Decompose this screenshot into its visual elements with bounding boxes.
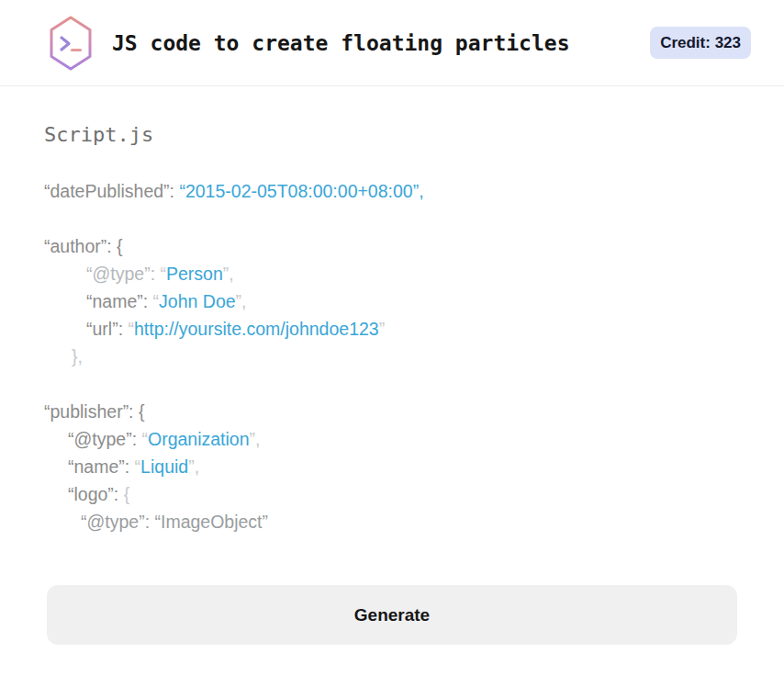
code-line: “publisher”: { <box>44 398 740 425</box>
code-segment: “author”: { <box>44 236 123 256</box>
code-segment: “name”: <box>68 456 135 477</box>
code-line: “name”: “John Doe”, <box>44 287 740 315</box>
code-segment: “logo”: <box>68 484 124 504</box>
code-segment: “datePublished”: <box>44 181 179 201</box>
code-line: “author”: { <box>44 232 740 260</box>
page-title: JS code to create floating particles <box>112 31 570 55</box>
code-segment: ”, <box>250 429 261 449</box>
code-segment: ”, <box>236 291 247 311</box>
code-segment: “@type”: “ImageObject” <box>81 512 268 532</box>
header: JS code to create floating particles Cre… <box>0 0 784 86</box>
code-segment: Organization <box>148 429 250 449</box>
code-segment: { <box>124 484 130 504</box>
generate-button[interactable]: Generate <box>47 585 737 645</box>
code-segment: ”, <box>223 264 234 284</box>
code-segment: http://yoursite.com/johndoe123 <box>134 319 379 339</box>
code-segment: Liquid <box>140 456 188 477</box>
code-segment: “@type”: <box>86 264 160 284</box>
code-line: “logo”: { <box>44 480 740 508</box>
code-line: “datePublished”: “2015-02-05T08:00:00+08… <box>44 177 740 205</box>
terminal-hexagon-icon <box>48 16 94 71</box>
code-segment: “2015-02-05T08:00:00+08:00”, <box>179 181 423 201</box>
code-line: “@type”: “Person”, <box>44 260 740 287</box>
chevron-prompt-icon <box>62 38 69 50</box>
code-segment: ” <box>379 319 386 339</box>
app-logo <box>48 16 94 71</box>
code-line: “url”: “http://yoursite.com/johndoe123” <box>44 315 740 343</box>
code-segment: ”, <box>188 456 199 477</box>
code-line: “@type”: “Organization”, <box>44 425 740 453</box>
code-segment: “@type”: <box>68 429 141 449</box>
code-segment: John Doe <box>159 291 235 311</box>
code-line <box>44 370 740 398</box>
code-segment: “publisher”: { <box>44 401 144 422</box>
hexagon-outline <box>51 17 90 69</box>
main-content: Script.js “datePublished”: “2015-02-05T0… <box>0 123 784 645</box>
code-line: }, <box>44 343 740 370</box>
code-line <box>44 205 740 232</box>
file-name-heading: Script.js <box>44 123 740 147</box>
code-line: “name”: “Liquid”, <box>44 453 740 480</box>
code-line: “@type”: “ImageObject” <box>44 508 740 535</box>
code-segment: “name”: <box>86 291 153 311</box>
code-segment: Person <box>166 264 223 284</box>
code-block: “datePublished”: “2015-02-05T08:00:00+08… <box>44 177 740 535</box>
code-segment: }, <box>72 346 83 366</box>
code-segment: “url”: <box>86 319 129 339</box>
credit-badge: Credit: 323 <box>650 27 751 59</box>
